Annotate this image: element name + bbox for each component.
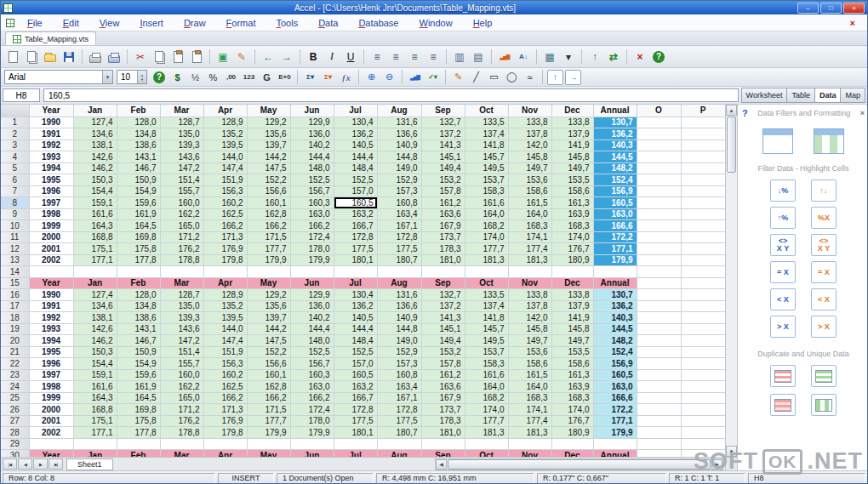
cell[interactable] [637, 277, 681, 289]
cell[interactable]: 128,9 [203, 289, 247, 301]
filter-greater-button[interactable]: > X [770, 316, 796, 338]
italic-icon[interactable]: I [323, 48, 340, 65]
cell[interactable]: 137,4 [465, 300, 508, 312]
cell[interactable]: 147,2 [160, 162, 203, 174]
cell[interactable]: 168,2 [465, 392, 508, 404]
cell[interactable]: 160,5 [593, 197, 637, 209]
cell[interactable]: 136,2 [334, 128, 377, 140]
menu-insert[interactable]: Insert [132, 16, 171, 30]
cell[interactable]: 1997 [29, 197, 73, 209]
cell[interactable]: 174,1 [508, 231, 551, 243]
cell[interactable]: 164,5 [117, 392, 160, 404]
cell[interactable]: 152,2 [247, 174, 290, 186]
cell[interactable]: 145,1 [421, 151, 465, 163]
cell[interactable]: 178,3 [421, 415, 465, 427]
cell[interactable]: 1996 [29, 358, 73, 370]
cell[interactable]: 177,8 [117, 254, 160, 266]
cell[interactable]: 144,4 [290, 151, 334, 163]
row-header-3[interactable]: 3 [1, 140, 29, 151]
cell[interactable]: Nov [508, 277, 551, 289]
table-highlight-icon[interactable] [814, 128, 844, 154]
cell[interactable]: 153,2 [421, 346, 465, 358]
cell[interactable] [681, 300, 725, 312]
draw-ellipse-icon[interactable]: ◯ [504, 70, 520, 85]
cell[interactable]: 143,6 [160, 151, 203, 163]
cell[interactable]: 1997 [29, 369, 73, 381]
cell[interactable]: 137,2 [421, 128, 465, 140]
cell[interactable]: 1999 [29, 392, 73, 404]
cell[interactable]: 165,0 [160, 392, 203, 404]
cell[interactable]: 151,9 [203, 174, 247, 186]
table-dropdown-icon[interactable]: ▾ [560, 48, 577, 65]
cell[interactable] [637, 254, 681, 266]
cell[interactable]: 141,9 [551, 140, 593, 151]
cell[interactable]: 1995 [29, 174, 73, 186]
grid-corner[interactable] [1, 105, 29, 117]
cell[interactable]: 135,2 [203, 128, 247, 140]
cell[interactable]: 160,0 [160, 369, 203, 381]
sort-icon[interactable]: A↓ [515, 48, 532, 65]
cell[interactable]: 177,5 [377, 243, 421, 255]
cell[interactable] [637, 220, 681, 232]
draw-curve-icon[interactable]: ≈ [522, 70, 538, 85]
cell[interactable]: 163,2 [334, 381, 377, 393]
cell[interactable]: Apr [203, 450, 247, 458]
cell[interactable]: 177,5 [334, 415, 377, 427]
cell[interactable]: 177,1 [73, 427, 117, 439]
cell[interactable]: 163,0 [290, 381, 334, 393]
cell[interactable]: 174,0 [465, 231, 508, 243]
cell[interactable]: 180,9 [551, 427, 593, 439]
cell[interactable] [465, 266, 508, 278]
cell[interactable]: 158,3 [465, 358, 508, 370]
row-header-30[interactable]: 30 [1, 450, 29, 458]
cell[interactable]: 152,9 [377, 174, 421, 186]
scroll-down-icon[interactable]: ▼ [726, 446, 737, 457]
cell[interactable]: 145,7 [465, 151, 508, 163]
cell[interactable]: 171,3 [203, 231, 247, 243]
close-document-icon[interactable]: × [843, 18, 862, 28]
cell[interactable]: Annual [593, 277, 637, 289]
column-header-apr[interactable]: Apr [203, 105, 247, 117]
cell[interactable]: 163,6 [421, 208, 465, 220]
cell[interactable]: 162,2 [160, 208, 203, 220]
scroll-left-icon[interactable]: ◀ [436, 459, 447, 470]
cell[interactable]: 166,7 [334, 392, 377, 404]
fraction-format-icon[interactable]: ½ [187, 70, 203, 85]
cell[interactable]: 140,3 [593, 140, 637, 151]
cell[interactable] [290, 438, 334, 450]
row-header-23[interactable]: 23 [1, 369, 29, 381]
cell[interactable]: 161,6 [465, 197, 508, 209]
filter-percent-x-button[interactable]: %X [811, 207, 837, 229]
first-sheet-button[interactable]: |◀ [3, 458, 17, 470]
column-header-o[interactable]: O [637, 105, 681, 117]
menu-data[interactable]: Data [311, 16, 345, 30]
cell[interactable]: 141,3 [421, 140, 465, 151]
cell[interactable]: 164,3 [73, 392, 117, 404]
cell[interactable] [681, 220, 725, 232]
cell[interactable]: 163,6 [421, 381, 465, 393]
cell[interactable] [290, 266, 334, 278]
cell[interactable]: 163,4 [377, 381, 421, 393]
cell[interactable]: 152,5 [290, 346, 334, 358]
cell[interactable]: 180,1 [334, 427, 377, 439]
row-header-12[interactable]: 12 [1, 243, 29, 255]
cell[interactable]: 136,6 [377, 300, 421, 312]
cell[interactable]: 172,8 [377, 231, 421, 243]
cell[interactable]: 177,5 [334, 243, 377, 255]
cell[interactable]: 179,9 [290, 254, 334, 266]
cell[interactable] [637, 369, 681, 381]
cell[interactable]: 147,2 [160, 335, 203, 347]
cell[interactable]: 176,7 [551, 243, 593, 255]
table-format-icon[interactable] [762, 128, 793, 154]
cell[interactable]: 140,2 [290, 312, 334, 324]
cell[interactable]: 154,9 [117, 358, 160, 370]
cell[interactable]: 173,7 [421, 231, 465, 243]
cell[interactable]: 172,4 [290, 231, 334, 243]
cell[interactable]: Jul [334, 277, 377, 289]
cell[interactable]: 152,4 [593, 346, 637, 358]
cell[interactable]: 167,9 [421, 392, 465, 404]
cell[interactable] [377, 266, 421, 278]
scroll-up-icon[interactable]: ▲ [726, 105, 737, 116]
cell[interactable]: 147,5 [247, 335, 290, 347]
cell[interactable]: 138,6 [117, 140, 160, 151]
